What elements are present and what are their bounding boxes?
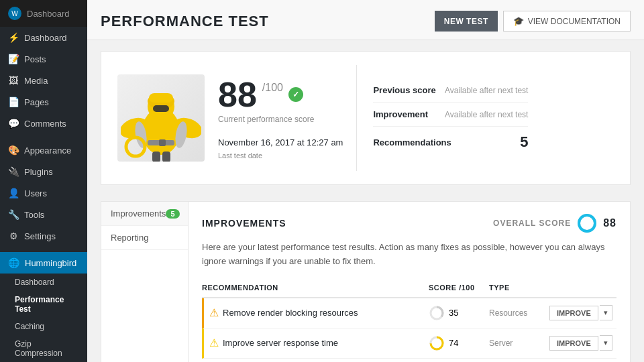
tab-improvements-label: Improvements <box>111 208 166 219</box>
bottom-section: Improvements 5 Reporting IMPROVEMENTS OV… <box>101 201 631 362</box>
svg-rect-12 <box>152 152 160 162</box>
sidebar-item-dashboard[interactable]: ⚡ Dashboard <box>0 27 87 48</box>
new-test-button[interactable]: NEW TEST <box>435 11 498 32</box>
improvements-panel: IMPROVEMENTS OVERALL SCORE 88 Her <box>189 202 630 362</box>
hummingbird-label: Hummingbird <box>25 258 76 268</box>
col-header-score: Score /100 <box>429 284 489 292</box>
overall-score-donut <box>576 213 598 234</box>
row-type: Server <box>489 339 549 348</box>
sidebar-item-users[interactable]: 👤 Users <box>0 182 87 204</box>
svg-rect-6 <box>153 105 169 112</box>
users-icon: 👤 <box>8 188 19 198</box>
improvement-value: Available after next test <box>445 110 529 119</box>
overall-score-value: 88 <box>603 217 616 229</box>
pages-icon: 📄 <box>8 97 19 107</box>
row-score: 35 <box>429 305 489 321</box>
appearance-icon: 🎨 <box>8 145 19 156</box>
submenu-item-caching[interactable]: Caching <box>0 318 87 335</box>
overall-score: OVERALL SCORE 88 <box>493 213 616 234</box>
previous-score-value: Available after next test <box>445 86 529 95</box>
score-meta: Previous score Available after next test… <box>356 65 544 171</box>
svg-rect-5 <box>149 93 173 103</box>
svg-rect-13 <box>162 152 170 162</box>
plugins-icon: 🔌 <box>8 166 19 177</box>
svg-rect-8 <box>159 139 166 146</box>
row-recommendation-name: Remove render blocking resources <box>223 308 429 318</box>
score-value: 88 <box>218 77 257 112</box>
main-content: PERFORMANCE TEST NEW TEST VIEW DOCUMENTA… <box>87 0 644 362</box>
improve-dropdown-button[interactable]: ▾ <box>600 305 612 320</box>
tab-reporting[interactable]: Reporting <box>101 226 188 250</box>
improve-button[interactable]: IMPROVE <box>549 306 598 320</box>
svg-point-15 <box>579 215 595 231</box>
page-title: PERFORMANCE TEST <box>101 13 269 30</box>
improvements-header: IMPROVEMENTS OVERALL SCORE 88 <box>202 213 616 234</box>
page-header: PERFORMANCE TEST NEW TEST VIEW DOCUMENTA… <box>87 0 644 40</box>
score-donut <box>429 335 445 351</box>
score-display: 88 /100 ✓ <box>218 77 343 112</box>
sidebar-item-comments[interactable]: 💬 Comments <box>0 113 87 134</box>
sidebar-item-posts[interactable]: 📝 Posts <box>0 48 87 70</box>
test-date: November 16, 2017 at 12:27 am <box>218 137 343 147</box>
sidebar-item-label: Appearance <box>24 145 71 156</box>
submenu-item-dashboard[interactable]: Dashboard <box>0 274 87 291</box>
score-out-of: /100 <box>262 82 283 93</box>
sidebar-item-label: Posts <box>24 54 46 64</box>
view-docs-button[interactable]: VIEW DOCUMENTATION <box>503 11 631 32</box>
score-check-icon: ✓ <box>288 87 303 102</box>
tab-improvements[interactable]: Improvements 5 <box>101 202 188 226</box>
sidebar-item-label: Tools <box>24 210 44 220</box>
score-donut <box>429 305 445 321</box>
media-icon: 🖼 <box>8 75 19 86</box>
sidebar: W Dashboard ⚡ Dashboard 📝 Posts 🖼 Media … <box>0 0 87 362</box>
sidebar-item-tools[interactable]: 🔧 Tools <box>0 204 87 225</box>
improve-button[interactable]: IMPROVE <box>549 336 598 351</box>
wp-logo-icon: W <box>8 7 21 20</box>
test-date-label: Last test date <box>218 152 343 160</box>
sidebar-item-label: Comments <box>24 119 66 129</box>
improvements-description: Here are your latest performance test re… <box>202 241 616 269</box>
dashboard-icon: ⚡ <box>8 32 19 43</box>
sidebar-item-label: Media <box>24 76 48 86</box>
sidebar-item-appearance[interactable]: 🎨 Appearance <box>0 139 87 161</box>
meta-row-improvement: Improvement Available after next test <box>373 103 528 127</box>
meta-row-previous-score: Previous score Available after next test <box>373 78 528 103</box>
full-content-area: 88 /100 ✓ Current performance score Nove… <box>87 40 644 362</box>
row-score: 74 <box>429 335 489 351</box>
sidebar-item-hummingbird[interactable]: 🌐 Hummingbird <box>0 252 87 274</box>
previous-score-label: Previous score <box>373 85 435 95</box>
posts-icon: 📝 <box>8 54 19 64</box>
col-header-recommendation: Recommendation <box>202 284 429 292</box>
score-info: 88 /100 ✓ Current performance score Nove… <box>218 77 343 160</box>
tools-icon: 🔧 <box>8 209 19 220</box>
hummingbird-submenu: Dashboard Performance Test Caching Gzip … <box>0 274 87 362</box>
sidebar-item-pages[interactable]: 📄 Pages <box>0 91 87 113</box>
hero-image <box>117 74 205 162</box>
tab-reporting-label: Reporting <box>111 233 148 243</box>
caution-icon: ⚠ <box>209 337 223 349</box>
row-action: IMPROVE ▾ <box>549 335 616 351</box>
row-score-value: 35 <box>449 308 458 318</box>
improvements-title: IMPROVEMENTS <box>202 218 286 229</box>
sidebar-item-label: Users <box>24 188 47 198</box>
row-action: IMPROVE ▾ <box>549 305 616 320</box>
sidebar-item-plugins[interactable]: 🔌 Plugins <box>0 161 87 182</box>
hummingbird-icon: 🌐 <box>8 257 19 268</box>
table-row: ⚠ Improve server response time 74 Server… <box>202 328 616 359</box>
improve-dropdown-button[interactable]: ▾ <box>600 335 612 351</box>
settings-icon: ⚙ <box>8 231 19 241</box>
meta-row-recommendations: Recommendations 5 <box>373 127 528 158</box>
score-card: 88 /100 ✓ Current performance score Nove… <box>101 51 631 185</box>
submenu-item-gzip[interactable]: Gzip Compression <box>0 335 87 362</box>
sidebar-item-media[interactable]: 🖼 Media <box>0 70 87 91</box>
submenu-item-performance-test[interactable]: Performance Test <box>0 291 87 318</box>
sidebar-item-settings[interactable]: ⚙ Settings <box>0 225 87 247</box>
sidebar-item-label: Plugins <box>24 167 53 177</box>
recommendations-value: 5 <box>520 133 528 151</box>
sidebar-logo[interactable]: W Dashboard <box>0 0 87 27</box>
row-score-value: 74 <box>449 338 458 348</box>
row-type: Resources <box>489 308 549 318</box>
comments-icon: 💬 <box>8 118 19 129</box>
sidebar-item-label: Settings <box>24 231 56 241</box>
row-recommendation-name: Improve server response time <box>223 338 429 348</box>
